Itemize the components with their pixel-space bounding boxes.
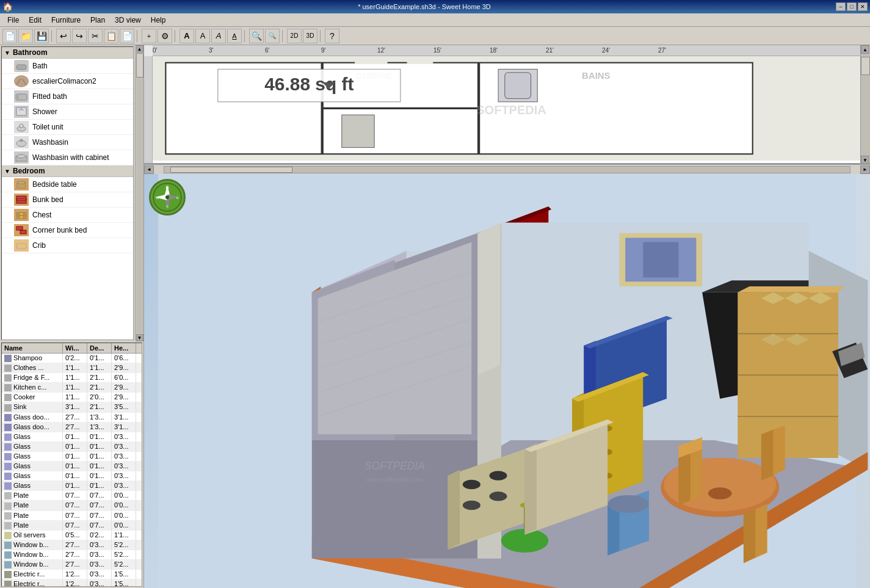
list-item[interactable]: Sink 3'1... 2'1... 3'5...	[2, 402, 142, 412]
scroll-track	[136, 53, 143, 333]
menu-help[interactable]: Help	[146, 15, 171, 26]
list-item[interactable]: Plate 0'7... 0'7... 0'0...	[2, 501, 142, 510]
undo-button[interactable]: ↩	[56, 29, 71, 43]
fp-vscroll-thumb[interactable]	[861, 57, 870, 75]
category-bedroom[interactable]: ▼ Bedroom	[2, 165, 133, 177]
scroll-up-btn[interactable]: ▲	[136, 45, 143, 53]
svg-point-22	[21, 213, 23, 215]
list-item[interactable]: Window b... 2'7... 0'3... 5'2...	[2, 560, 142, 570]
cut-button[interactable]: ✂	[88, 29, 103, 43]
floorplan-vscroll[interactable]: ▲ ▼	[860, 45, 870, 164]
menu-edit[interactable]: Edit	[24, 15, 46, 26]
list-item-icon	[4, 424, 12, 431]
list-item[interactable]: Glass 0'1... 0'1... 0'3...	[2, 462, 142, 471]
text-tool-1[interactable]: A	[179, 29, 194, 43]
list-item[interactable]: Glass 0'1... 0'1... 0'3...	[2, 471, 142, 481]
list-item[interactable]: Glass 0'1... 0'1... 0'3...	[2, 452, 142, 462]
col-width[interactable]: Wi...	[63, 343, 87, 353]
col-depth[interactable]: De...	[87, 343, 112, 353]
item-escalier[interactable]: escalierColimacon2	[2, 74, 133, 89]
3d-view[interactable]: N S W E	[144, 174, 870, 588]
hscroll-right[interactable]: ►	[860, 165, 870, 174]
category-bathroom[interactable]: ▼ Bathroom	[2, 47, 133, 59]
menu-file[interactable]: File	[2, 15, 24, 26]
paste-button[interactable]: 📄	[120, 29, 134, 43]
item-crib[interactable]: Crib	[2, 238, 133, 253]
zoom-in-button[interactable]: 🔍	[249, 29, 264, 43]
minimize-button[interactable]: –	[836, 2, 846, 11]
3d-view-button[interactable]: 3D	[303, 29, 317, 43]
maximize-button[interactable]: □	[847, 2, 857, 11]
list-item[interactable]: Electric r... 1'2... 0'3... 1'5...	[2, 579, 142, 587]
list-item[interactable]: Window b... 2'7... 0'3... 5'2...	[2, 550, 142, 560]
list-cell-name: Fridge & F...	[2, 373, 63, 382]
text-tool-4[interactable]: A	[227, 29, 242, 43]
list-item[interactable]: Glass doo... 2'7... 1'3... 3'1...	[2, 423, 142, 432]
list-cell-name: Cooker	[2, 393, 63, 402]
redo-button[interactable]: ↪	[72, 29, 87, 43]
text-tool-3[interactable]: A	[211, 29, 226, 43]
menu-furniture[interactable]: Furniture	[46, 15, 85, 26]
menu-plan[interactable]: Plan	[85, 15, 110, 26]
2d-view-button[interactable]: 2D	[287, 29, 302, 43]
list-cell-name: Clothes ...	[2, 363, 63, 372]
list-item[interactable]: Plate 0'7... 0'7... 0'0...	[2, 511, 142, 521]
item-bunk-bed[interactable]: Bunk bed	[2, 192, 133, 208]
new-button[interactable]: 📄	[2, 29, 17, 43]
list-item[interactable]: Plate 0'7... 0'7... 0'0...	[2, 491, 142, 501]
help-button[interactable]: ?	[325, 29, 339, 43]
close-button[interactable]: ✕	[858, 2, 868, 11]
list-item[interactable]: Shampoo 0'2... 0'1... 0'6...	[2, 354, 142, 363]
list-item[interactable]: Oil servers 0'5... 0'2... 1'1...	[2, 531, 142, 540]
item-chest[interactable]: Chest	[2, 208, 133, 223]
list-item[interactable]: Plate 0'7... 0'7... 0'0...	[2, 521, 142, 531]
list-cell-width: 2'7...	[63, 560, 87, 569]
list-item[interactable]: Glass doo... 2'7... 1'3... 3'1...	[2, 413, 142, 423]
item-washbasin[interactable]: Washbasin	[2, 135, 133, 150]
svg-text:E: E	[176, 196, 179, 200]
item-bedside[interactable]: Bedside table	[2, 177, 133, 192]
add-furniture-button[interactable]: +	[142, 29, 156, 43]
list-item[interactable]: Kitchen c... 1'1... 2'1... 2'9...	[2, 383, 142, 393]
left-tree-scrollbar[interactable]: ▲ ▼	[135, 45, 143, 341]
list-item[interactable]: Cooker 1'1... 2'0... 2'9...	[2, 393, 142, 402]
hscroll-thumb[interactable]	[170, 167, 292, 173]
fp-vscroll-down[interactable]: ▼	[861, 156, 869, 164]
zoom-out-button[interactable]: 🔍	[265, 29, 280, 43]
list-item[interactable]: Glass 0'1... 0'1... 0'3...	[2, 442, 142, 452]
shower-label: Shower	[32, 107, 57, 116]
item-washbasin-cabinet[interactable]: Washbasin with cabinet	[2, 150, 133, 165]
svg-marker-78	[643, 242, 678, 277]
scroll-down-btn[interactable]: ▼	[136, 334, 143, 341]
list-cell-name: Electric r...	[2, 570, 63, 579]
scroll-thumb[interactable]	[136, 53, 143, 78]
col-name[interactable]: Name	[2, 343, 63, 353]
text-tool-2[interactable]: A	[195, 29, 210, 43]
washbasin-cabinet-label: Washbasin with cabinet	[32, 153, 109, 162]
settings-button[interactable]: ⚙	[158, 29, 172, 43]
furniture-tree: ▼ Bathroom Bath escalierColimacon2	[1, 46, 134, 340]
floorplan-canvas[interactable]: CUISINE BAINS 46.88 sq ft SO	[153, 56, 870, 163]
hscroll[interactable]: ◄ ►	[144, 164, 870, 174]
list-item[interactable]: Glass 0'1... 0'1... 0'3...	[2, 481, 142, 491]
list-item[interactable]: Clothes ... 1'1... 1'1... 2'9...	[2, 363, 142, 373]
save-button[interactable]: 💾	[34, 29, 49, 43]
col-height[interactable]: He...	[112, 343, 136, 353]
svg-text:N: N	[165, 186, 169, 190]
list-item[interactable]: Glass 0'1... 0'1... 0'3...	[2, 432, 142, 442]
item-shower[interactable]: Shower	[2, 104, 133, 120]
open-button[interactable]: 📁	[18, 29, 33, 43]
list-item[interactable]: Electric r... 1'2... 0'3... 1'5...	[2, 570, 142, 579]
menu-3dview[interactable]: 3D view	[110, 15, 146, 26]
item-fitted-bath[interactable]: Fitted bath	[2, 89, 133, 104]
list-item[interactable]: Window b... 2'7... 0'3... 5'2...	[2, 540, 142, 550]
list-item[interactable]: Fridge & F... 1'1... 2'1... 6'0...	[2, 373, 142, 383]
item-corner-bunk[interactable]: Corner bunk bed	[2, 223, 133, 238]
fp-vscroll-up[interactable]: ▲	[861, 45, 869, 54]
item-toilet[interactable]: Toilet unit	[2, 120, 133, 135]
copy-button[interactable]: 📋	[104, 29, 118, 43]
hscroll-left[interactable]: ◄	[144, 165, 154, 174]
compass-control[interactable]: N S W E	[149, 179, 186, 216]
list-cell-depth: 0'1...	[87, 452, 112, 461]
item-bath[interactable]: Bath	[2, 59, 133, 74]
